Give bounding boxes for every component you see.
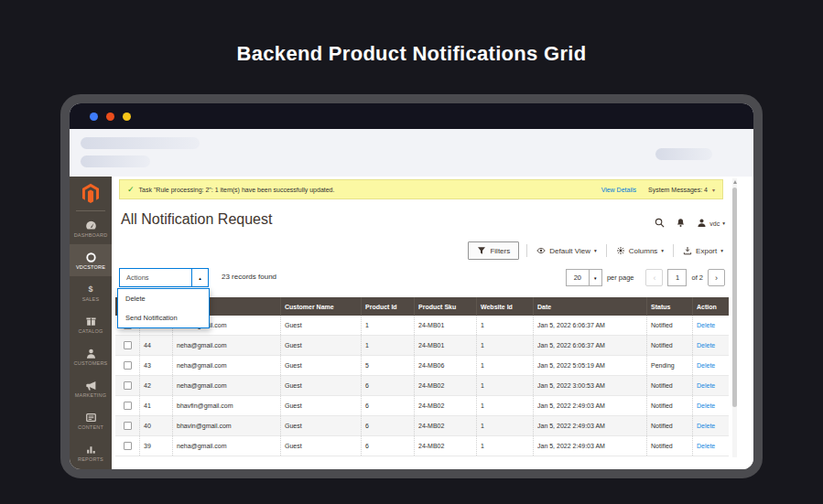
download-icon (683, 246, 692, 255)
export-button[interactable]: Export ▾ (681, 242, 725, 259)
sidebar-item-label: DASHBOARD (74, 232, 108, 238)
row-checkbox[interactable] (124, 361, 132, 370)
columns-button[interactable]: Columns ▾ (614, 242, 666, 259)
row-checkbox[interactable] (124, 381, 132, 390)
action-cell: Delete (692, 356, 729, 375)
sidebar-item-label: CUSTOMERS (74, 360, 108, 366)
table-cell: Guest (280, 416, 361, 435)
sidebar-item-stores[interactable] (70, 468, 112, 473)
per-page-select[interactable]: 20 ▾ (566, 269, 602, 286)
actions-dropdown[interactable]: Actions ▴ (119, 268, 209, 287)
scrollbar-thumb[interactable] (732, 188, 737, 407)
user-name: vdc (709, 220, 720, 227)
sidebar-item-reports[interactable]: REPORTS (70, 436, 112, 468)
page-title: Backend Product Notifications Grid (0, 42, 823, 66)
search-icon[interactable] (655, 215, 665, 231)
window-control-yellow-icon[interactable] (123, 113, 131, 121)
actions-menu-item[interactable]: Send Notification (118, 308, 209, 327)
table-row: 39neha@gmail.comGuest624-MB021Jan 5, 202… (115, 436, 729, 456)
filter-funnel-icon (477, 246, 486, 255)
content-scrollbar[interactable] (732, 178, 737, 457)
sidebar-item-content[interactable]: CONTENT (70, 404, 112, 436)
column-header[interactable]: Status (646, 297, 692, 316)
column-header[interactable]: Website Id (476, 297, 533, 316)
bell-icon[interactable] (676, 215, 686, 231)
column-header[interactable]: Date (533, 297, 646, 316)
table-cell: Guest (280, 356, 361, 375)
row-checkbox[interactable] (124, 402, 132, 410)
grid-page-title: All Notification Request (121, 211, 272, 228)
action-cell: Delete (692, 396, 729, 415)
table-cell: Pending (646, 356, 692, 375)
column-header[interactable]: Action (692, 297, 729, 316)
total-pages-label: of 2 (691, 273, 703, 282)
current-page-input[interactable] (667, 269, 687, 286)
sidebar-item-store[interactable]: VDCSTORE (70, 244, 112, 276)
sidebar-item-dashboard[interactable]: DASHBOARD (70, 212, 112, 244)
sidebar-item-customers[interactable]: CUSTOMERS (70, 340, 112, 372)
table-cell: 24-MB02 (414, 376, 476, 395)
sidebar-item-catalog[interactable]: CATALOG (70, 308, 112, 340)
row-checkbox[interactable] (124, 442, 132, 450)
delete-link[interactable]: Delete (697, 362, 715, 369)
table-cell: 6 (361, 376, 414, 395)
user-icon (697, 215, 707, 231)
gear-icon (616, 246, 625, 255)
sidebar-item-label: VDCSTORE (76, 264, 105, 270)
window-control-blue-icon[interactable] (90, 113, 98, 121)
view-details-link[interactable]: View Details (601, 187, 636, 193)
sidebar-item-label: CONTENT (78, 424, 103, 430)
dashboard-icon (85, 220, 97, 231)
sidebar-divider (76, 210, 105, 211)
delete-link[interactable]: Delete (697, 322, 715, 328)
column-header[interactable]: Product Id (361, 297, 414, 316)
column-header[interactable]: Product Sku (414, 297, 476, 316)
row-checkbox-cell (115, 356, 139, 375)
table-cell: 1 (476, 316, 533, 335)
table-cell: Notified (646, 376, 692, 395)
sidebar-item-sales[interactable]: $SALES (70, 276, 112, 308)
delete-link[interactable]: Delete (697, 342, 715, 349)
table-cell: Notified (646, 336, 692, 355)
sidebar-item-label: CATALOG (79, 328, 103, 334)
default-view-button[interactable]: Default View ▾ (535, 242, 599, 259)
row-checkbox-cell (115, 336, 139, 355)
select-arrow-icon[interactable]: ▴ (191, 269, 208, 286)
magento-logo-icon[interactable] (70, 177, 112, 206)
actions-menu-item[interactable]: Delete (118, 289, 209, 308)
delete-link[interactable]: Delete (697, 423, 715, 429)
user-menu[interactable]: vdc ▾ (697, 215, 725, 231)
prev-page-button[interactable]: ‹ (645, 269, 663, 286)
table-cell: 6 (361, 416, 414, 435)
delete-link[interactable]: Delete (697, 382, 715, 389)
table-cell: Jan 5, 2022 6:06:37 AM (533, 316, 646, 335)
filters-button[interactable]: Filters (468, 241, 519, 260)
records-count: 23 records found (222, 273, 276, 281)
toolbar-divider (673, 244, 674, 257)
table-cell: 1 (476, 376, 533, 395)
table-cell: Jan 5, 2022 2:49:03 AM (533, 416, 646, 435)
row-checkbox-cell (115, 396, 139, 415)
table-cell: Guest (280, 436, 361, 456)
table-cell: 1 (361, 316, 414, 335)
chevron-down-icon[interactable]: ▾ (712, 187, 715, 193)
table-cell: Notified (646, 436, 692, 456)
action-cell: Delete (692, 436, 729, 456)
row-checkbox[interactable] (124, 422, 132, 430)
table-cell: 1 (476, 436, 533, 456)
window-control-red-icon[interactable] (106, 113, 114, 121)
next-page-button[interactable]: › (708, 269, 725, 286)
delete-link[interactable]: Delete (697, 402, 715, 409)
column-header[interactable]: Customer Name (280, 297, 361, 316)
sidebar-item-marketing[interactable]: MARKETING (70, 372, 112, 404)
success-banner: ✓ Task "Rule processing: 2": 1 item(s) h… (119, 179, 723, 199)
sidebar-item-label: MARKETING (75, 392, 107, 398)
table-cell: Notified (646, 416, 692, 435)
row-checkbox[interactable] (124, 341, 132, 349)
scroll-up-icon[interactable] (733, 180, 737, 184)
table-cell: 1 (361, 336, 414, 355)
action-cell: Delete (692, 416, 729, 435)
delete-link[interactable]: Delete (697, 443, 715, 449)
system-messages-label[interactable]: System Messages: 4 (648, 187, 708, 193)
browser-window: DASHBOARDVDCSTORE$SALESCATALOGCUSTOMERSM… (60, 94, 763, 478)
